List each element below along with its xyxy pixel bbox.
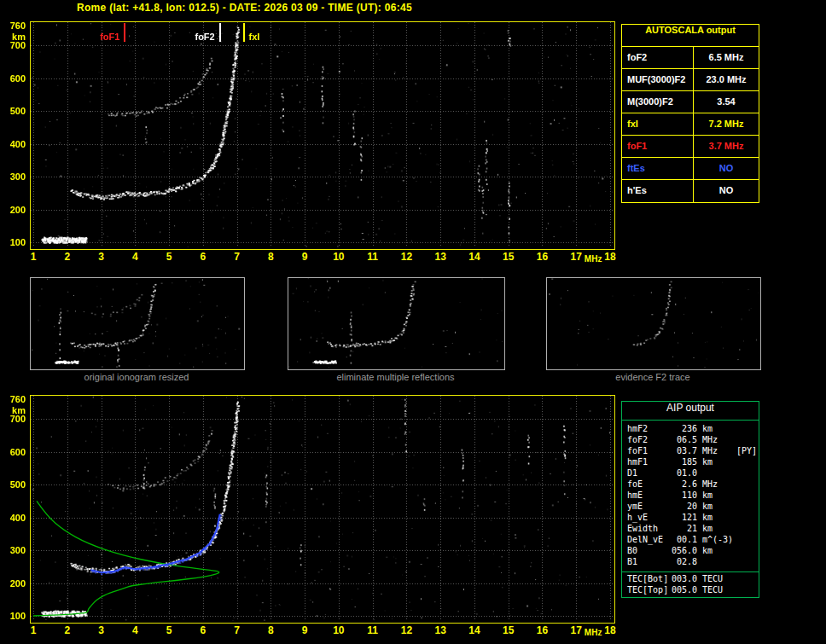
autoscala-row-label: foF1 — [622, 136, 694, 157]
aip-row-value: 2.6 — [670, 479, 697, 490]
x-axis-unit: MHz — [583, 254, 603, 264]
y-tick-label: 400 — [3, 513, 26, 523]
aip-row-unit: km — [702, 546, 736, 557]
x-tick-label: 3 — [91, 251, 112, 263]
aip-row-value: 005.0 — [670, 585, 697, 596]
panel-caption-evidence: evidence F2 trace — [546, 372, 759, 382]
y-tick-label: 100 — [3, 611, 26, 621]
aip-row-value: 185 — [670, 457, 697, 468]
aip-row-foF2: foF206.5MHz — [622, 435, 759, 446]
aip-row-unit — [702, 468, 736, 479]
panel-eliminate-canvas — [288, 278, 503, 368]
x-tick-label: 15 — [498, 624, 519, 636]
panel-caption-eliminate: eliminate multiple reflections — [288, 372, 503, 382]
x-tick-label: 13 — [430, 251, 451, 263]
marker-tick-foF2 — [219, 23, 221, 42]
aip-row-label: hmF2 — [622, 424, 670, 435]
x-tick-label: 8 — [260, 251, 281, 263]
aip-row-unit: MHz — [702, 446, 736, 457]
aip-row-unit: km — [702, 457, 736, 468]
marker-label-fxI: fxI — [249, 32, 260, 42]
x-tick-label: 4 — [125, 251, 145, 263]
aip-row-label: D1 — [622, 468, 670, 479]
x-tick-label: 5 — [159, 624, 179, 636]
marker-tick-fxI — [243, 23, 245, 42]
autoscala-table-header: AUTOSCALA output — [622, 25, 759, 47]
autoscala-row-value: NO — [694, 158, 759, 179]
autoscala-row-foF1: foF13.7 MHz — [622, 136, 759, 158]
aip-row-value: 02.8 — [670, 557, 697, 568]
autoscala-row-label: foF2 — [622, 47, 694, 68]
y-tick-label: 600 — [3, 73, 26, 84]
aip-row-hmF1: hmF1185km — [622, 457, 759, 468]
x-tick-label: 11 — [363, 251, 383, 263]
aip-table-rows: hmF2236kmfoF206.5MHzfoF103.7MHz[PY]hmF11… — [622, 421, 759, 568]
autoscala-row-foF2: foF26.5 MHz — [622, 47, 759, 69]
autoscala-row-M3000F2: M(3000)F23.54 — [622, 91, 759, 113]
x-tick-label: 12 — [396, 251, 416, 263]
aip-row-foF1: foF103.7MHz[PY] — [622, 446, 759, 457]
panel-caption-original: original ionogram resized — [30, 372, 243, 382]
aip-row-hmE: hmE110km — [622, 490, 759, 502]
panel-evidence-f2 — [546, 277, 761, 370]
aip-row-B1: B102.8 — [622, 557, 759, 568]
autoscala-row-value: 23.0 MHz — [694, 69, 759, 90]
aip-row-label: h_vE — [622, 513, 670, 524]
panel-original-ionogram — [30, 277, 245, 370]
aip-row-value: 20 — [670, 502, 697, 513]
x-tick-label: 16 — [532, 624, 552, 636]
aip-row-value: 003.0 — [670, 574, 697, 585]
aip-row-label: TEC[Bot] — [622, 574, 670, 585]
aip-row-unit — [702, 557, 736, 568]
aip-row-value: 00.1 — [670, 535, 697, 546]
ionogram-plot-main: foF1foF2fxI — [30, 21, 615, 250]
autoscala-row-label: h'Es — [622, 180, 694, 202]
aip-row-unit: km — [702, 424, 736, 435]
y-tick-label: 100 — [3, 237, 26, 247]
y-tick-label: 500 — [3, 106, 26, 116]
autoscala-row-value: 3.7 MHz — [694, 136, 759, 157]
autoscala-row-fxI: fxI7.2 MHz — [622, 113, 759, 136]
aip-row-label: TEC[Top] — [622, 585, 670, 596]
x-tick-label: 9 — [294, 624, 315, 636]
x-tick-label: 3 — [91, 624, 112, 636]
y-tick-label: 400 — [3, 139, 26, 149]
x-tick-label: 11 — [363, 624, 383, 636]
marker-label-foF1: foF1 — [100, 32, 119, 42]
autoscala-row-ftEs: ftEsNO — [622, 158, 759, 180]
aip-row-B0: B0056.0km — [622, 546, 759, 557]
y-tick-label: 600 — [3, 447, 26, 457]
aip-row-value: 06.5 — [670, 435, 697, 446]
y-axis-unit: km — [3, 32, 26, 42]
panel-original-canvas — [31, 278, 242, 368]
x-tick-label: 13 — [430, 624, 451, 636]
x-tick-label: 16 — [532, 251, 552, 263]
aip-output-table: AIP output hmF2236kmfoF206.5MHzfoF103.7M… — [621, 401, 759, 598]
ionogram-canvas-main — [31, 22, 613, 247]
x-tick-label: 9 — [294, 251, 315, 263]
aip-row-label: DelN_vE — [622, 535, 670, 546]
aip-row-unit: MHz — [702, 435, 736, 446]
autoscala-row-hEs: h'EsNO — [622, 180, 759, 202]
aip-row-value: 01.0 — [670, 468, 697, 479]
y-tick-label: 200 — [3, 205, 26, 215]
aip-row-unit: m^(-3) — [702, 535, 736, 546]
x-tick-label: 14 — [464, 624, 485, 636]
autoscala-row-label: fxI — [622, 113, 694, 135]
autoscala-row-label: M(3000)F2 — [622, 91, 694, 113]
autoscala-row-label: ftEs — [622, 158, 694, 179]
autoscala-row-value: NO — [694, 180, 759, 202]
y-tick-label: 300 — [3, 171, 26, 182]
aip-row-hmF2: hmF2236km — [622, 424, 759, 435]
ionogram-plot-profile — [30, 395, 615, 624]
autoscala-table-rows: foF26.5 MHzMUF(3000)F223.0 MHzM(3000)F23… — [622, 47, 759, 202]
x-tick-label: 10 — [329, 251, 349, 263]
autoscala-row-value: 7.2 MHz — [694, 113, 759, 135]
x-tick-label: 1 — [23, 624, 44, 636]
autoscala-screen: Rome (lat: +41.8, lon: 012.5) - DATE: 20… — [0, 0, 826, 644]
aip-row-value: 03.7 — [670, 446, 697, 457]
x-tick-label: 4 — [125, 624, 145, 636]
aip-row-unit: km — [702, 524, 736, 535]
x-tick-label: 10 — [329, 624, 349, 636]
x-tick-label: 2 — [57, 251, 78, 263]
